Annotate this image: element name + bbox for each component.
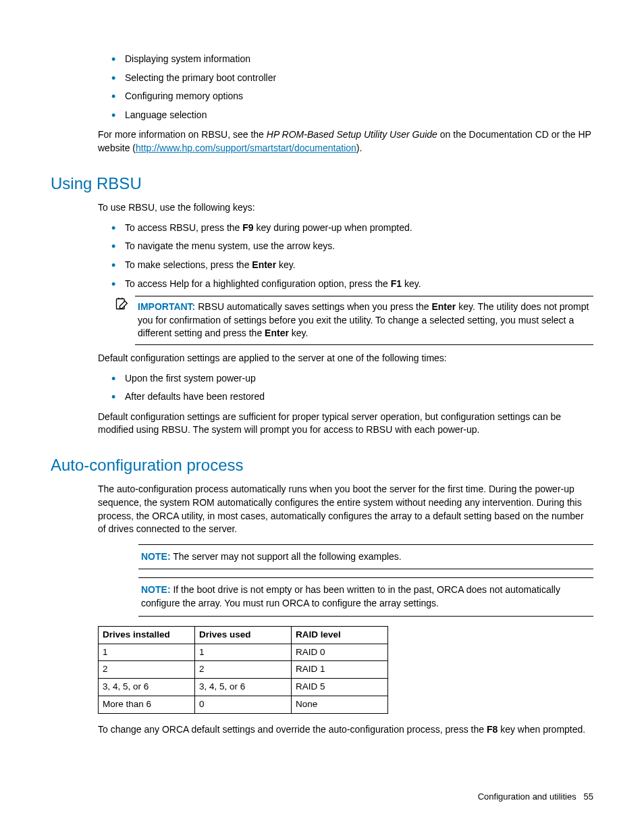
important-text: IMPORTANT: RBSU automatically saves sett…: [135, 296, 593, 345]
note-callout-2: NOTE: If the boot drive is not empty or …: [138, 577, 593, 616]
important-icon: [115, 296, 135, 345]
text: key when prompted.: [498, 724, 585, 735]
table-header-row: Drives installed Drives used RAID level: [99, 626, 388, 644]
cell: RAID 1: [292, 661, 388, 679]
note-text: If the boot drive is not empty or has be…: [141, 584, 560, 608]
table-row: 2 2 RAID 1: [99, 661, 388, 679]
list-item: To navigate the menu system, use the arr…: [111, 240, 593, 253]
key-f8: F8: [487, 724, 498, 735]
note-label: NOTE:: [141, 551, 171, 562]
table-row: 1 1 RAID 0: [99, 644, 388, 661]
text: For more information on RBSU, see the: [98, 129, 267, 140]
text: To change any ORCA default settings and …: [98, 724, 487, 735]
orca-change-paragraph: To change any ORCA default settings and …: [98, 723, 593, 737]
auto-intro-paragraph: The auto-configuration process automatic…: [98, 483, 593, 536]
heading-using-rbsu: Using RBSU: [51, 172, 593, 195]
default-sufficient-paragraph: Default configuration settings are suffi…: [98, 411, 593, 437]
key-enter: Enter: [431, 301, 456, 312]
raid-table: Drives installed Drives used RAID level …: [98, 626, 388, 714]
using-intro: To use RBSU, use the following keys:: [98, 201, 593, 215]
default-bullet-list: Upon the first system power-up After def…: [98, 372, 593, 404]
important-label: IMPORTANT:: [138, 301, 195, 312]
important-callout: IMPORTANT: RBSU automatically saves sett…: [115, 296, 593, 345]
note-label: NOTE:: [141, 584, 171, 595]
text: key.: [289, 328, 308, 338]
cell: 2: [99, 661, 195, 679]
footer-page-number: 55: [584, 791, 593, 802]
text: To make selections, press the: [125, 259, 252, 270]
cell: 3, 4, 5, or 6: [195, 679, 292, 696]
col-raid-level: RAID level: [292, 626, 388, 644]
list-item: To make selections, press the Enter key.: [111, 259, 593, 272]
using-rbsu-section: To use RBSU, use the following keys: To …: [98, 201, 593, 437]
list-item: Displaying system information: [111, 53, 593, 66]
footer-section: Configuration and utilities: [478, 791, 576, 802]
table-row: More than 6 0 None: [99, 696, 388, 714]
cell: 3, 4, 5, or 6: [99, 679, 195, 696]
using-bullet-list: To access RBSU, press the F9 key during …: [98, 221, 593, 290]
top-bullet-list: Displaying system information Selecting …: [98, 53, 593, 122]
heading-auto-config: Auto-configuration process: [51, 454, 593, 477]
key-enter: Enter: [252, 259, 276, 270]
list-item: To access Help for a highlighted configu…: [111, 278, 593, 291]
col-drives-used: Drives used: [195, 626, 292, 644]
cell: 2: [195, 661, 292, 679]
text: RBSU automatically saves settings when y…: [198, 301, 431, 312]
more-info-paragraph: For more information on RBSU, see the HP…: [98, 128, 593, 155]
note-callout-1: NOTE: The server may not support all the…: [138, 544, 593, 570]
key-enter: Enter: [265, 328, 289, 338]
cell: RAID 5: [292, 679, 388, 696]
hp-support-link[interactable]: http://www.hp.com/support/smartstart/doc…: [136, 142, 356, 153]
list-item: Upon the first system power-up: [111, 372, 593, 386]
cell: 0: [195, 696, 292, 714]
guide-title: HP ROM-Based Setup Utility User Guide: [267, 129, 437, 140]
list-item: To access RBSU, press the F9 key during …: [111, 221, 593, 235]
text: key during power-up when prompted.: [254, 222, 412, 233]
list-item: Selecting the primary boot controller: [111, 72, 593, 85]
cell: None: [292, 696, 388, 714]
col-drives-installed: Drives installed: [99, 626, 195, 644]
cell: RAID 0: [292, 644, 388, 661]
text: To access RBSU, press the: [125, 222, 242, 233]
text: To access Help for a highlighted configu…: [125, 278, 391, 289]
text: key.: [402, 278, 421, 289]
list-item: After defaults have been restored: [111, 390, 593, 404]
table-row: 3, 4, 5, or 6 3, 4, 5, or 6 RAID 5: [99, 679, 388, 696]
note-text: The server may not support all the follo…: [173, 551, 402, 562]
page-footer: Configuration and utilities 55: [51, 791, 593, 803]
key-f1: F1: [391, 278, 402, 289]
text: ).: [356, 142, 363, 153]
key-f9: F9: [242, 222, 253, 233]
list-item: Language selection: [111, 109, 593, 122]
cell: 1: [195, 644, 292, 661]
default-applied-paragraph: Default configuration settings are appli…: [98, 352, 593, 365]
content-block: Displaying system information Selecting …: [98, 53, 593, 155]
text: key.: [276, 259, 296, 270]
cell: More than 6: [99, 696, 195, 714]
cell: 1: [99, 644, 195, 661]
auto-config-section: The auto-configuration process automatic…: [98, 483, 593, 736]
list-item: Configuring memory options: [111, 90, 593, 103]
